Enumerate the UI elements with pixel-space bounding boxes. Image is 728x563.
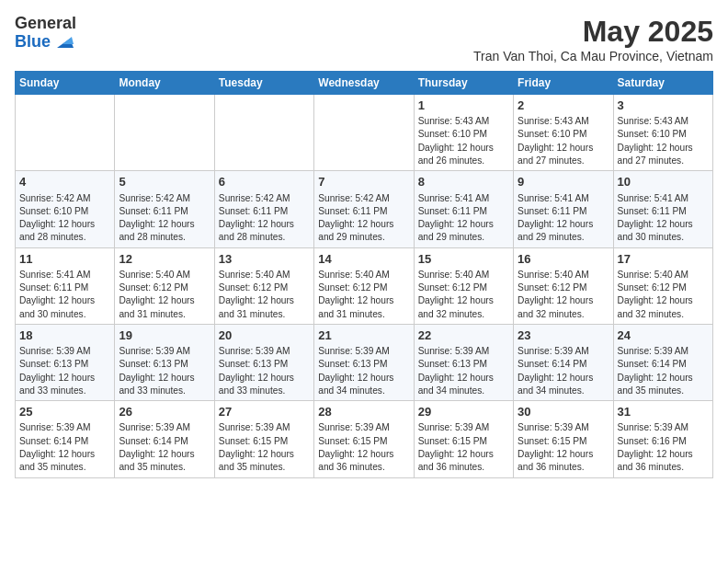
table-row: 30Sunrise: 5:39 AMSunset: 6:15 PMDayligh… — [514, 401, 613, 477]
day-detail: and 32 minutes. — [418, 308, 509, 321]
day-number: 7 — [318, 174, 409, 190]
table-row: 19Sunrise: 5:39 AMSunset: 6:13 PMDayligh… — [115, 324, 214, 400]
day-detail: Sunrise: 5:39 AM — [318, 421, 409, 434]
day-detail: and 27 minutes. — [518, 155, 609, 167]
table-row — [115, 95, 214, 171]
day-detail: and 34 minutes. — [318, 385, 409, 397]
table-row: 11Sunrise: 5:41 AMSunset: 6:11 PMDayligh… — [16, 247, 115, 324]
day-detail: Sunset: 6:12 PM — [318, 282, 409, 294]
day-detail: Sunrise: 5:43 AM — [518, 115, 609, 128]
table-row: 4Sunrise: 5:42 AMSunset: 6:10 PMDaylight… — [16, 171, 115, 247]
day-detail: Daylight: 12 hours — [19, 218, 110, 231]
day-detail: Daylight: 12 hours — [19, 372, 110, 385]
table-row: 8Sunrise: 5:41 AMSunset: 6:11 PMDaylight… — [414, 171, 513, 247]
day-detail: Sunrise: 5:41 AM — [418, 192, 509, 205]
day-detail: Daylight: 12 hours — [518, 294, 609, 307]
table-row: 14Sunrise: 5:40 AMSunset: 6:12 PMDayligh… — [314, 247, 414, 324]
day-detail: Sunrise: 5:40 AM — [318, 269, 409, 282]
day-detail: Sunset: 6:14 PM — [119, 435, 210, 448]
col-saturday: Saturday — [613, 72, 712, 95]
day-number: 30 — [518, 404, 609, 420]
day-number: 29 — [418, 404, 509, 420]
calendar-week-row: 18Sunrise: 5:39 AMSunset: 6:13 PMDayligh… — [16, 324, 713, 400]
day-number: 28 — [318, 404, 409, 420]
calendar-title: May 2025 — [473, 15, 713, 49]
day-detail: and 29 minutes. — [518, 231, 609, 244]
day-detail: Sunrise: 5:42 AM — [219, 192, 310, 205]
table-row: 31Sunrise: 5:39 AMSunset: 6:16 PMDayligh… — [613, 401, 712, 477]
day-detail: Sunrise: 5:39 AM — [119, 421, 210, 434]
day-detail: and 32 minutes. — [618, 308, 709, 321]
day-detail: Sunset: 6:11 PM — [618, 205, 709, 218]
day-number: 22 — [418, 327, 509, 344]
table-row: 29Sunrise: 5:39 AMSunset: 6:15 PMDayligh… — [414, 401, 513, 477]
day-detail: Daylight: 12 hours — [618, 142, 709, 155]
day-detail: and 27 minutes. — [618, 155, 709, 167]
day-number: 17 — [618, 251, 709, 268]
day-number: 21 — [318, 327, 409, 344]
day-detail: Sunset: 6:15 PM — [318, 435, 409, 448]
table-row: 28Sunrise: 5:39 AMSunset: 6:15 PMDayligh… — [314, 401, 414, 477]
day-detail: Daylight: 12 hours — [19, 294, 110, 307]
header: General Blue May 2025 Tran Van Thoi, Ca … — [15, 15, 713, 63]
day-detail: Daylight: 12 hours — [318, 218, 409, 231]
day-detail: and 29 minutes. — [418, 231, 509, 244]
day-detail: Daylight: 12 hours — [618, 372, 709, 385]
day-number: 18 — [19, 327, 110, 344]
day-detail: Daylight: 12 hours — [119, 448, 210, 461]
day-detail: Daylight: 12 hours — [119, 372, 210, 385]
day-number: 3 — [618, 98, 709, 114]
day-number: 25 — [19, 404, 110, 420]
day-detail: Sunrise: 5:43 AM — [418, 115, 509, 128]
day-detail: Sunset: 6:11 PM — [318, 205, 409, 218]
table-row: 25Sunrise: 5:39 AMSunset: 6:14 PMDayligh… — [16, 401, 115, 477]
table-row: 9Sunrise: 5:41 AMSunset: 6:11 PMDaylight… — [514, 171, 613, 247]
table-row: 2Sunrise: 5:43 AMSunset: 6:10 PMDaylight… — [514, 95, 613, 171]
day-detail: Daylight: 12 hours — [518, 218, 609, 231]
day-detail: and 35 minutes. — [219, 461, 310, 474]
day-number: 12 — [119, 251, 210, 268]
day-detail: Daylight: 12 hours — [618, 294, 709, 307]
day-number: 31 — [618, 404, 709, 420]
table-row: 22Sunrise: 5:39 AMSunset: 6:13 PMDayligh… — [414, 324, 513, 400]
day-detail: Sunrise: 5:42 AM — [318, 192, 409, 205]
day-detail: Sunrise: 5:39 AM — [518, 421, 609, 434]
calendar-subtitle: Tran Van Thoi, Ca Mau Province, Vietnam — [473, 49, 713, 63]
day-detail: and 26 minutes. — [418, 155, 509, 167]
table-row: 17Sunrise: 5:40 AMSunset: 6:12 PMDayligh… — [613, 247, 712, 324]
day-detail: and 33 minutes. — [119, 385, 210, 397]
day-detail: Sunrise: 5:39 AM — [219, 345, 310, 358]
day-detail: Sunset: 6:13 PM — [418, 358, 509, 371]
day-detail: Daylight: 12 hours — [219, 448, 310, 461]
day-number: 11 — [19, 251, 110, 268]
table-row: 1Sunrise: 5:43 AMSunset: 6:10 PMDaylight… — [414, 95, 513, 171]
day-detail: Sunrise: 5:42 AM — [19, 192, 110, 205]
day-detail: Sunrise: 5:40 AM — [518, 269, 609, 282]
day-number: 15 — [418, 251, 509, 268]
day-detail: and 33 minutes. — [219, 385, 310, 397]
day-detail: Daylight: 12 hours — [318, 448, 409, 461]
day-detail: and 34 minutes. — [518, 385, 609, 397]
day-detail: and 34 minutes. — [418, 385, 509, 397]
table-row: 27Sunrise: 5:39 AMSunset: 6:15 PMDayligh… — [214, 401, 313, 477]
day-number: 10 — [618, 174, 709, 190]
day-detail: and 31 minutes. — [318, 308, 409, 321]
table-row: 7Sunrise: 5:42 AMSunset: 6:11 PMDaylight… — [314, 171, 414, 247]
title-block: May 2025 Tran Van Thoi, Ca Mau Province,… — [473, 15, 713, 63]
day-detail: and 35 minutes. — [618, 385, 709, 397]
table-row — [16, 95, 115, 171]
day-number: 16 — [518, 251, 609, 268]
day-detail: Sunrise: 5:40 AM — [618, 269, 709, 282]
day-detail: Daylight: 12 hours — [518, 448, 609, 461]
col-friday: Friday — [514, 72, 613, 95]
day-detail: Sunset: 6:11 PM — [219, 205, 310, 218]
day-detail: Sunset: 6:12 PM — [119, 282, 210, 294]
day-detail: and 31 minutes. — [219, 308, 310, 321]
day-detail: and 33 minutes. — [19, 385, 110, 397]
day-detail: Sunrise: 5:43 AM — [618, 115, 709, 128]
day-detail: Daylight: 12 hours — [518, 142, 609, 155]
day-detail: Sunset: 6:10 PM — [418, 128, 509, 141]
day-detail: Sunset: 6:13 PM — [119, 358, 210, 371]
day-detail: Sunset: 6:12 PM — [518, 282, 609, 294]
page: General Blue May 2025 Tran Van Thoi, Ca … — [0, 0, 728, 563]
